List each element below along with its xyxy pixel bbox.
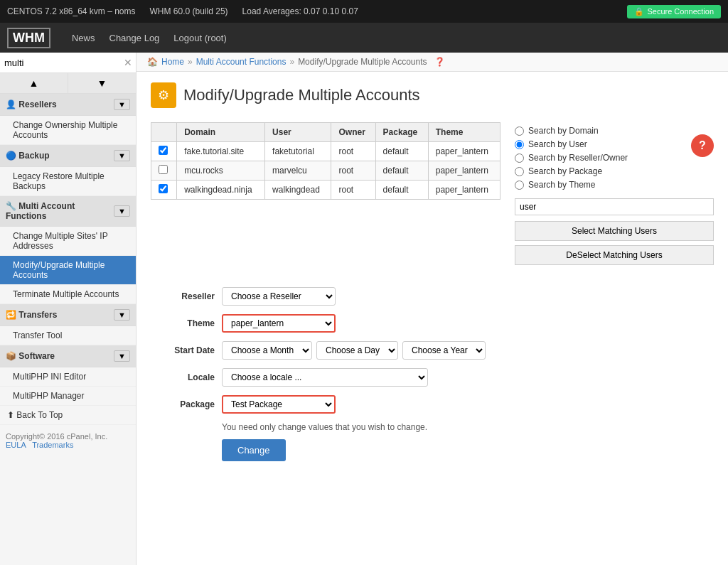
eula-link[interactable]: EULA [6,441,26,449]
row2-user: marvelcu [265,161,331,181]
row1-domain: fake.tutorial.site [177,142,265,161]
sidebar-item-change-sites-ip[interactable]: Change Multiple Sites' IP Addresses [0,227,136,256]
radio-search-user[interactable] [515,140,524,149]
table-section: Domain User Owner Package Theme fake.tut… [151,122,500,269]
select-matching-button[interactable]: Select Matching Users [515,221,714,241]
sidebar-section-backup-header[interactable]: 🔵 Backup ▼ [0,145,136,166]
breadcrumb-home[interactable]: Home [161,57,184,67]
sidebar-item-multiphp-ini[interactable]: MultiPHP INI Editor [0,367,136,387]
sidebar-item-transfer-tool[interactable]: Transfer Tool [0,326,136,345]
theme-select[interactable]: paper_lantern [222,314,336,333]
resellers-label: 👤 Resellers [6,99,57,109]
row1-package: default [375,142,428,161]
whm-version: WHM 60.0 (build 25) [150,6,228,16]
start-date-group: Choose a Month Choose a Day Choose a Yea… [222,341,486,360]
col-theme: Theme [428,123,500,142]
main-content: 🏠 Home » Multi Account Functions » Modif… [136,53,728,565]
row1-checkbox[interactable] [159,146,168,155]
sidebar-item-terminate[interactable]: Terminate Multiple Accounts [0,285,136,304]
whm-logo: WHM [7,28,50,48]
radio-search-package[interactable] [515,167,524,176]
search-by-reseller-label[interactable]: Search by Reseller/Owner [515,153,714,163]
accounts-table: Domain User Owner Package Theme fake.tut… [151,122,500,200]
navbar: WHM News Change Log Logout (root) [0,23,728,53]
user-search-input[interactable] [515,198,714,215]
col-package: Package [375,123,428,142]
server-info: CENTOS 7.2 x86_64 kvm – noms [7,6,136,16]
multi-account-toggle[interactable]: ▼ [114,205,130,217]
search-by-theme-label[interactable]: Search by Theme [515,180,714,190]
locale-label: Locale [151,372,215,382]
change-button[interactable]: Change [222,439,286,461]
clear-search-button[interactable]: ✕ [124,57,132,68]
table-row: fake.tutorial.site faketutorial root def… [151,142,500,161]
nav-logout[interactable]: Logout (root) [173,33,226,43]
sidebar-section-multi-account: 🔧 Multi Account Functions ▼ [0,196,136,227]
col-domain: Domain [177,123,265,142]
content-area: Domain User Owner Package Theme fake.tut… [151,122,714,269]
startdate-label: Start Date [151,345,215,355]
home-icon: 🏠 [147,57,158,67]
sidebar-section-transfers: 🔁 Transfers ▼ [0,304,136,326]
sidebar-item-modify-upgrade[interactable]: Modify/Upgrade Multiple Accounts [0,256,136,285]
transfers-toggle[interactable]: ▼ [114,309,130,321]
sidebar-section-transfers-header[interactable]: 🔁 Transfers ▼ [0,304,136,325]
month-select[interactable]: Choose a Month [222,341,312,360]
reseller-row: Reseller Choose a Reseller [151,287,714,306]
sidebar-section-backup: 🔵 Backup ▼ [0,145,136,167]
nav-changelog[interactable]: Change Log [109,33,160,43]
package-select[interactable]: Test Package [222,395,336,414]
software-label: 📦 Software [6,351,55,361]
sidebar: multi ✕ ▲ ▼ 👤 Resellers ▼ Change Ownersh… [0,53,136,565]
sidebar-item-legacy-restore[interactable]: Legacy Restore Multiple Backups [0,167,136,196]
page-title: Modify/Upgrade Multiple Accounts [183,86,420,104]
breadcrumb-multi-account[interactable]: Multi Account Functions [196,57,287,67]
deselect-matching-button[interactable]: DeSelect Matching Users [515,245,714,265]
help-icon-inline[interactable]: ❓ [434,57,445,67]
sidebar-item-multiphp-manager[interactable]: MultiPHP Manager [0,387,136,406]
trademarks-link[interactable]: Trademarks [32,441,73,449]
info-text: You need only change values that you wis… [222,422,714,432]
transfers-label: 🔁 Transfers [6,310,57,320]
help-icon[interactable]: ? [691,134,714,157]
row2-checkbox[interactable] [159,165,168,174]
row3-theme: paper_lantern [428,181,500,200]
search-by-user-label[interactable]: Search by User [515,139,714,149]
search-by-package-label[interactable]: Search by Package [515,166,714,176]
nav-down-button[interactable]: ▼ [68,73,136,93]
radio-search-domain[interactable] [515,127,524,136]
breadcrumb-current: Modify/Upgrade Multiple Accounts [298,57,427,67]
theme-label: Theme [151,318,215,328]
reseller-select[interactable]: Choose a Reseller [222,287,336,306]
day-select[interactable]: Choose a Day [316,341,398,360]
sidebar-item-back-to-top[interactable]: ⬆ Back To Top [0,406,136,425]
col-checkbox [151,123,177,142]
sidebar-section-software-header[interactable]: 📦 Software ▼ [0,345,136,367]
row2-theme: paper_lantern [428,161,500,181]
radio-search-theme[interactable] [515,181,524,190]
copyright: Copyright© 2016 cPanel, Inc. EULA Tradem… [0,425,136,456]
resellers-toggle[interactable]: ▼ [114,99,130,110]
backup-toggle[interactable]: ▼ [114,150,130,161]
table-row: mcu.rocks marvelcu root default paper_la… [151,161,500,181]
nav-news[interactable]: News [72,33,95,43]
software-toggle[interactable]: ▼ [114,350,130,362]
reseller-label: Reseller [151,291,215,301]
locale-row: Locale Choose a locale ... [151,368,714,387]
breadcrumb: 🏠 Home » Multi Account Functions » Modif… [136,53,728,72]
radio-search-reseller[interactable] [515,154,524,163]
search-box: multi ✕ [0,53,136,73]
search-by-domain-label[interactable]: Search by Domain [515,126,714,136]
sidebar-item-change-ownership[interactable]: Change Ownership Multiple Accounts [0,116,136,145]
multi-account-label: 🔧 Multi Account Functions [6,201,114,221]
nav-arrows: ▲ ▼ [0,73,136,94]
search-options: Search by Domain Search by User Search b… [515,126,714,190]
sidebar-section-resellers-header[interactable]: 👤 Resellers ▼ [0,94,136,115]
locale-select[interactable]: Choose a locale ... [222,368,428,387]
sidebar-section-multi-account-header[interactable]: 🔧 Multi Account Functions ▼ [0,196,136,226]
arrow-up-icon: ⬆ [7,410,14,420]
search-input[interactable]: multi [4,58,124,68]
year-select[interactable]: Choose a Year [402,341,486,360]
row3-checkbox[interactable] [159,184,168,193]
nav-up-button[interactable]: ▲ [0,73,68,93]
